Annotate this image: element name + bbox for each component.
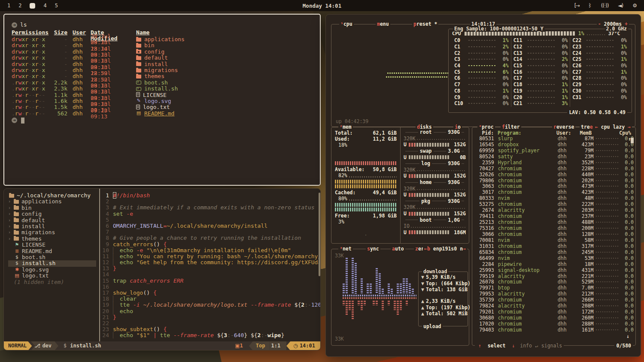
disk-log: log930G [404, 160, 466, 167]
process-row[interactable]: 3017chromiumdhh423M0.0 [476, 189, 634, 195]
folder-icon [136, 75, 141, 78]
process-row[interactable]: 2674alacrittydhh203M0.0 [476, 207, 634, 213]
folder-icon [136, 62, 141, 66]
net-sync-button[interactable]: sync [366, 246, 380, 252]
workspace-4[interactable]: 4 [43, 3, 46, 9]
code-line: 7 [100, 229, 320, 235]
code-line: 20▏ echo [100, 308, 320, 314]
tree-item-logo.svg[interactable]: ✱logo.svg [8, 267, 99, 273]
signals-hint[interactable]: signals [540, 343, 564, 349]
folder-open-icon [9, 194, 14, 198]
net-auto-button[interactable]: auto [391, 246, 405, 252]
tree-item-default[interactable]: ›default [8, 217, 99, 223]
info-hint[interactable]: info ↵ [518, 343, 540, 349]
terminal-window[interactable]: ➜ ls Permissions Size User Date Modified… [3, 14, 321, 186]
process-row[interactable]: 79403chromiumdhh161M0.0 [476, 327, 634, 333]
scroll-down-arrow[interactable]: ↓ [626, 333, 629, 339]
ls-row: .rwxr-xr-x2.3kdhh28 Jul 09:13install.sh [12, 86, 320, 92]
process-row[interactable]: 26078chromiumdhh529M0.0 [476, 279, 634, 285]
core-row-C18: C181% [513, 81, 568, 88]
tree-item-bin[interactable]: ›bin [8, 205, 99, 211]
core-row-C2: C20% [454, 50, 509, 56]
editor-window[interactable]: ~/.local/share/omarchy›applications›bin›… [3, 188, 321, 350]
process-row[interactable]: 66499nvimdhh53M0.0 [476, 255, 634, 261]
process-row[interactable]: 80531slurpdhh87M0.0 [476, 136, 634, 142]
process-scrollbar[interactable] [631, 138, 634, 143]
process-row[interactable]: 65834chromiumdhh245M0.0 [476, 249, 634, 255]
process-row[interactable]: 2284pipewiredhh18M0.0 [476, 261, 634, 267]
process-row[interactable]: 80333nvimdhh48M0.0 [476, 195, 634, 201]
process-row[interactable]: 79411chromiumdhh237M0.0 [476, 213, 634, 219]
current-file: $install.sh [58, 343, 101, 349]
process-row[interactable]: 32626chromiumdhh440M0.0 [476, 172, 634, 178]
process-row[interactable]: 79824alacrittydhh208M0.0 [476, 303, 634, 309]
preset-button[interactable]: preset * [412, 21, 438, 27]
process-row[interactable]: 3066chromiumdhh128M0.0 [476, 231, 634, 237]
tree-item-logo.txt[interactable]: ▤logo.txt [8, 273, 99, 279]
core-row-C29: C290% [572, 81, 627, 88]
select-hint[interactable]: ↑ select ↓ [475, 343, 518, 349]
code-editor[interactable]: 1#!/bin/bash23# Exit immediately if a co… [100, 189, 320, 341]
process-row[interactable]: 79953alacrittydhh212M0.0 [476, 291, 634, 297]
process-row[interactable]: 70081nvimdhh58M0.0 [476, 237, 634, 243]
workspace-active[interactable] [30, 3, 35, 9]
tree-item-install.sh[interactable]: $install.sh [8, 260, 96, 266]
workspace-5[interactable]: 5 [55, 3, 58, 9]
tree-item-migrations[interactable]: ›migrations [8, 229, 99, 235]
tree-item-install[interactable]: ›install [8, 223, 99, 229]
process-row[interactable]: 16545dropboxdhh423M0.0 [476, 142, 634, 148]
upload-stat: ▲Top: (197 Kibp) [421, 304, 465, 311]
core-row-C20: C201% [513, 94, 568, 100]
folder-icon [136, 38, 141, 42]
process-row[interactable]: 79519alacrittydhh221M0.0 [476, 273, 634, 279]
settings-icon[interactable]: ⚙ [632, 3, 637, 9]
ls-row: .rw-r--r--1.1kdhh28 Jul 09:13LICENSE [12, 92, 320, 98]
editor-scrollbar[interactable] [319, 193, 320, 276]
process-row[interactable]: 2359Hyprlanddhh352M0.0 [476, 160, 634, 166]
core-row-C26: C260% [572, 63, 627, 69]
tree-item-LICENSE[interactable]: ⚑LICENSE [8, 242, 99, 248]
process-row[interactable]: 53275chromiumdhh222M0.0 [476, 201, 634, 207]
process-row[interactable]: 79971btopdhh7.0M0.0 [476, 285, 634, 291]
process-row[interactable]: 17020chromiumdhh288M0.0 [476, 321, 634, 327]
tree-item-config[interactable]: ›config [8, 211, 99, 217]
tree-item-themes[interactable]: ›themes [8, 236, 99, 242]
filter-button[interactable]: filter [501, 124, 521, 130]
network-icon[interactable]: ((·)) [601, 3, 609, 9]
process-row[interactable]: 69959spotify_playerdhh79M0.0 [476, 148, 634, 154]
process-row[interactable]: 25993signal-desktopdhh431M0.0 [476, 267, 634, 273]
process-row[interactable]: 79806chromiumdhh202M0.0 [476, 178, 634, 184]
disk-swap: swap3.0G [404, 148, 466, 154]
tree-item-README.md[interactable]: ≣README.md [8, 248, 99, 254]
tree-item-applications[interactable]: ›applications [8, 199, 99, 205]
process-row[interactable]: 80524sattydhh23M0.0 [476, 154, 634, 160]
process-row[interactable]: 35739chromiumdhh266M0.0 [476, 297, 634, 303]
menu-button[interactable]: menu [376, 21, 390, 27]
process-row[interactable]: 75316chromiumdhh200M0.0 [476, 225, 634, 231]
diagnostics-badge: ▣1 [235, 343, 243, 349]
tree-item-boot.sh[interactable]: $boot.sh [8, 254, 99, 260]
reverse-button[interactable]: reverse [552, 124, 575, 130]
net-interface[interactable]: ←b enp191s0 n→ [423, 246, 467, 252]
process-row[interactable]: 30680chromiumdhh260M0.0 [476, 315, 634, 321]
workspace-switcher[interactable]: 1245 [0, 3, 58, 9]
logout-icon[interactable]: [→ [574, 3, 579, 9]
net-box-title: ³net [338, 246, 353, 252]
code-line: 19▏ tte -i ~/.local/share/omarchy/logo.t… [100, 302, 320, 308]
process-table: 80531slurpdhh87M0.016545dropboxdhh423M0.… [472, 134, 635, 333]
process-row[interactable]: 70427chromiumdhh228M0.0 [476, 166, 634, 172]
bluetooth-icon[interactable]: ᛒ [589, 3, 592, 9]
volume-icon[interactable]: ◄) [618, 3, 623, 9]
process-row[interactable]: 25213chromiumdhh488M0.0 [476, 219, 634, 225]
folder-icon [14, 218, 19, 222]
process-row[interactable]: 3063chromiumdhh473M0.0 [476, 184, 634, 190]
tree-root[interactable]: ~/.local/share/omarchy [8, 193, 99, 199]
sort-selector[interactable]: ← cpu lazy → [594, 124, 632, 130]
tree-button[interactable]: tree [580, 124, 594, 130]
workspace-2[interactable]: 2 [18, 3, 21, 9]
btop-window[interactable]: ¹cpu menu preset * 14:01:17 - 2000ms + E… [325, 14, 641, 357]
workspace-1[interactable]: 1 [7, 3, 10, 9]
cpu-graph-line [387, 72, 448, 74]
process-row[interactable]: 79201chromiumdhh172M0.0 [476, 309, 634, 315]
process-row[interactable]: 31031chromiumdhh317M0.0 [476, 243, 634, 249]
